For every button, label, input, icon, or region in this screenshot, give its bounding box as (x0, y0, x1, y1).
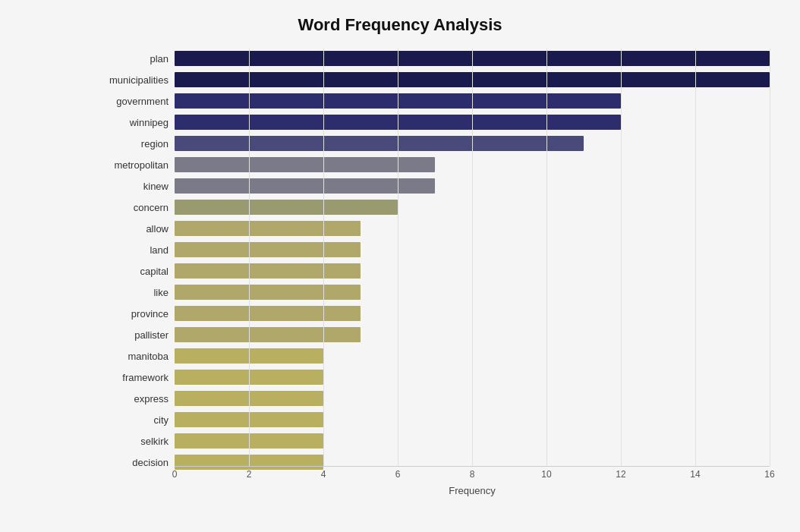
chart-area: planmunicipalitiesgovernmentwinnipegregi… (91, 49, 770, 496)
bar-label: like (91, 287, 175, 298)
bar-label: concern (91, 202, 175, 213)
bar-fill (175, 115, 621, 130)
x-axis-line (175, 466, 770, 467)
bar-fill (175, 391, 323, 406)
bar-row: framework (91, 367, 770, 387)
bar-row: government (91, 91, 770, 111)
bar-label: selkirk (91, 436, 175, 447)
chart-container: Word Frequency Analysis planmunicipaliti… (0, 0, 800, 532)
bar-label: capital (91, 266, 175, 277)
bar-track (175, 242, 770, 257)
bar-row: province (91, 304, 770, 323)
bar-label: region (91, 138, 175, 150)
bar-row: pallister (91, 325, 770, 345)
bar-label: kinew (91, 181, 175, 192)
bar-track (175, 348, 770, 364)
bar-fill (175, 327, 361, 342)
bar-row: city (91, 410, 770, 430)
bar-label: express (91, 393, 175, 405)
bar-track (175, 72, 770, 87)
bar-fill (175, 306, 361, 321)
x-tick: 12 (616, 469, 625, 480)
bar-label: allow (91, 223, 175, 235)
bar-track (175, 136, 770, 151)
bar-track (175, 433, 770, 449)
bar-fill (175, 200, 398, 215)
bar-label: manitoba (91, 351, 175, 362)
bar-fill (175, 72, 770, 87)
bar-label: government (91, 96, 175, 107)
bar-label: land (91, 244, 175, 256)
chart-title: Word Frequency Analysis (30, 15, 770, 35)
bar-track (175, 115, 770, 130)
bar-track (175, 391, 770, 406)
bar-label: metropolitan (91, 159, 175, 171)
bar-label: framework (91, 372, 175, 383)
bar-row: region (91, 134, 770, 153)
bar-fill (175, 221, 361, 236)
x-axis-label: Frequency (449, 485, 495, 496)
bar-fill (175, 433, 323, 449)
bar-fill (175, 136, 584, 151)
bar-fill (175, 348, 323, 364)
bar-track (175, 412, 770, 427)
bar-row: allow (91, 219, 770, 238)
x-axis: 0246810121416 Frequency (175, 466, 770, 496)
bar-label: winnipeg (91, 117, 175, 128)
x-tick: 0 (172, 469, 178, 480)
bar-fill (175, 285, 361, 300)
bar-fill (175, 412, 323, 427)
bar-track (175, 200, 770, 215)
bar-track (175, 370, 770, 385)
x-tick: 4 (321, 469, 326, 480)
bar-row: plan (91, 49, 770, 68)
bar-row: manitoba (91, 346, 770, 366)
bar-row: land (91, 240, 770, 260)
bar-track (175, 178, 770, 194)
bar-row: metropolitan (91, 155, 770, 175)
bar-fill (175, 93, 621, 109)
bar-fill (175, 263, 361, 279)
x-tick: 8 (470, 469, 475, 480)
bar-track (175, 221, 770, 236)
x-tick: 6 (395, 469, 401, 480)
bar-fill (175, 370, 323, 385)
bar-track (175, 263, 770, 279)
grid-line (770, 49, 770, 466)
bar-fill (175, 242, 361, 257)
bar-row: concern (91, 197, 770, 217)
bar-fill (175, 178, 435, 194)
x-tick: 14 (690, 469, 700, 480)
bar-track (175, 306, 770, 321)
bar-track (175, 51, 770, 66)
bar-row: winnipeg (91, 112, 770, 132)
bar-row: selkirk (91, 431, 770, 451)
bar-label: decision (91, 457, 175, 468)
bar-track (175, 327, 770, 342)
x-tick: 10 (541, 469, 551, 480)
bar-row: like (91, 282, 770, 302)
bar-label: province (91, 308, 175, 320)
bar-fill (175, 157, 435, 172)
bar-label: city (91, 414, 175, 426)
bar-label: municipalities (91, 74, 175, 86)
x-tick: 2 (247, 469, 252, 480)
bar-track (175, 93, 770, 109)
bar-row: kinew (91, 176, 770, 196)
bars-section: planmunicipalitiesgovernmentwinnipegregi… (91, 49, 770, 466)
bar-label: pallister (91, 329, 175, 341)
x-tick: 16 (764, 469, 774, 480)
bar-row: capital (91, 261, 770, 281)
bar-row: express (91, 389, 770, 408)
bar-track (175, 157, 770, 172)
bar-track (175, 285, 770, 300)
bar-label: plan (91, 53, 175, 65)
bar-fill (175, 51, 770, 66)
bar-row: municipalities (91, 70, 770, 90)
